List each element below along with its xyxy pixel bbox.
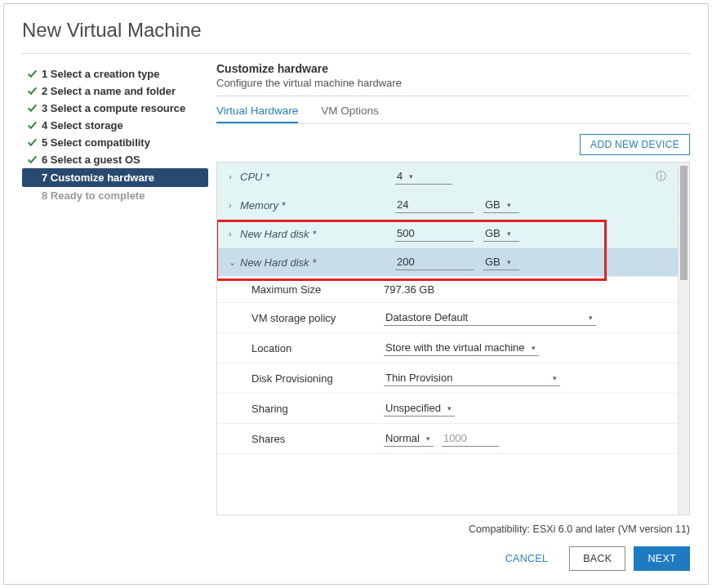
memory-row[interactable]: › Memory * GB ▾: [217, 191, 678, 220]
tab-virtual-hardware[interactable]: Virtual Hardware: [216, 105, 298, 123]
location-select[interactable]: Store with the virtual machine ▾: [384, 340, 539, 356]
tabs: Virtual Hardware VM Options: [216, 105, 690, 124]
shares-select[interactable]: Normal ▾: [384, 430, 434, 447]
divider: [216, 96, 690, 96]
sharing-value: Unspecified: [385, 402, 441, 414]
disk-provisioning-label: Disk Provisioning: [251, 372, 384, 385]
cpu-select[interactable]: 4 ▾: [395, 168, 452, 185]
new-hard-disk-row-2[interactable]: ⌄ New Hard disk * GB ▾: [217, 248, 678, 277]
step-compatibility[interactable]: 5 Select compatibility: [22, 134, 208, 151]
new-hard-disk-row-1[interactable]: › New Hard disk * GB ▾: [217, 220, 678, 248]
section-title: Customize hardware: [216, 62, 690, 75]
step-guest-os[interactable]: 6 Select a guest OS: [22, 151, 208, 168]
shares-label: Shares: [251, 433, 384, 445]
hardware-rows: › CPU * 4 ▾ ⓘ › Memory *: [217, 163, 678, 514]
chevron-down-icon: ▾: [589, 314, 593, 322]
check-icon: [27, 69, 42, 79]
step-label: 7 Customize hardware: [42, 172, 154, 184]
disk2-unit-select[interactable]: GB ▾: [483, 254, 519, 270]
memory-input[interactable]: [395, 197, 474, 213]
scrollbar[interactable]: [678, 163, 689, 514]
back-button[interactable]: BACK: [569, 546, 625, 571]
sharing-row: Sharing Unspecified ▾: [217, 394, 678, 424]
location-value: Store with the virtual machine: [385, 341, 525, 354]
step-customize-hardware[interactable]: 7 Customize hardware: [22, 168, 208, 187]
disk-provisioning-row: Disk Provisioning Thin Provision ▾: [217, 363, 678, 394]
step-ready-complete: 8 Ready to complete: [22, 187, 208, 204]
step-label: 6 Select a guest OS: [42, 154, 140, 166]
info-icon[interactable]: ⓘ: [656, 169, 666, 184]
check-icon: [27, 120, 42, 131]
storage-policy-label: VM storage policy: [251, 312, 384, 324]
check-icon: [27, 103, 42, 114]
chevron-down-icon: ▾: [409, 172, 413, 180]
check-icon: [27, 154, 42, 165]
chevron-down-icon: ▾: [507, 258, 511, 266]
cpu-value: 4: [397, 170, 403, 182]
chevron-down-icon: ▾: [507, 229, 511, 238]
tab-vm-options[interactable]: VM Options: [321, 105, 379, 123]
disk1-value-group: GB ▾: [395, 225, 666, 242]
wizard-steps: 1 Select a creation type 2 Select a name…: [22, 62, 208, 535]
chevron-down-icon: ▾: [532, 344, 536, 352]
step-label: 3 Select a compute resource: [42, 102, 185, 114]
disk2-label: New Hard disk *: [240, 256, 395, 269]
compatibility-text: Compatibility: ESXi 6.0 and later (VM ve…: [216, 523, 690, 535]
step-name-folder[interactable]: 2 Select a name and folder: [22, 82, 208, 100]
disk2-size-input[interactable]: [395, 254, 474, 270]
chevron-down-icon[interactable]: ⌄: [229, 257, 240, 268]
shares-num-input[interactable]: [442, 430, 499, 447]
hardware-panel: › CPU * 4 ▾ ⓘ › Memory *: [216, 162, 690, 515]
sharing-label: Sharing: [251, 403, 384, 415]
dialog-body: 1 Select a creation type 2 Select a name…: [22, 62, 690, 535]
add-new-device-button[interactable]: ADD NEW DEVICE: [580, 134, 690, 155]
chevron-right-icon[interactable]: ›: [229, 229, 240, 238]
scrollbar-thumb[interactable]: [680, 166, 688, 280]
disk2-value-group: GB ▾: [395, 254, 666, 270]
memory-value-group: GB ▾: [395, 197, 666, 213]
cpu-row[interactable]: › CPU * 4 ▾ ⓘ: [217, 163, 678, 191]
step-storage[interactable]: 4 Select storage: [22, 117, 208, 134]
chevron-right-icon[interactable]: ›: [229, 172, 240, 181]
disk-provisioning-value: Thin Provision: [385, 372, 452, 384]
dialog-footer: CANCEL BACK NEXT: [22, 535, 690, 571]
step-compute-resource[interactable]: 3 Select a compute resource: [22, 100, 208, 117]
memory-unit: GB: [485, 198, 501, 211]
location-label: Location: [251, 342, 384, 354]
add-device-row: ADD NEW DEVICE: [216, 134, 690, 155]
disk1-label: New Hard disk *: [240, 228, 395, 240]
cpu-value-group: 4 ▾: [395, 168, 656, 185]
cancel-button[interactable]: CANCEL: [492, 547, 562, 570]
sharing-select[interactable]: Unspecified ▾: [384, 400, 455, 416]
divider: [22, 53, 690, 54]
max-size-label: Maximum Size: [251, 283, 384, 296]
shares-value: Normal: [385, 432, 420, 444]
max-size-value: 797.36 GB: [384, 283, 434, 296]
disk2-unit: GB: [485, 256, 501, 268]
step-label: 4 Select storage: [42, 119, 123, 131]
storage-policy-row: VM storage policy Datastore Default ▾: [217, 303, 678, 333]
new-vm-dialog: New Virtual Machine 1 Select a creation …: [3, 3, 709, 585]
storage-policy-select[interactable]: Datastore Default ▾: [384, 310, 596, 326]
disk1-unit-select[interactable]: GB ▾: [483, 225, 519, 242]
disk1-size-input[interactable]: [395, 225, 474, 242]
check-icon: [27, 86, 42, 96]
chevron-down-icon: ▾: [507, 201, 511, 209]
disk1-unit: GB: [485, 227, 501, 239]
step-label: 2 Select a name and folder: [42, 85, 176, 97]
memory-label: Memory *: [240, 199, 395, 212]
next-button[interactable]: NEXT: [634, 546, 690, 571]
chevron-down-icon: ▾: [426, 434, 430, 443]
main-panel: Customize hardware Configure the virtual…: [208, 62, 690, 535]
step-creation-type[interactable]: 1 Select a creation type: [22, 65, 208, 82]
section-subtitle: Configure the virtual machine hardware: [216, 77, 690, 89]
cpu-label: CPU *: [240, 171, 395, 183]
step-label: 5 Select compatibility: [42, 136, 150, 149]
step-label: 1 Select a creation type: [42, 68, 160, 80]
chevron-right-icon[interactable]: ›: [229, 200, 240, 210]
disk-provisioning-select[interactable]: Thin Provision ▾: [384, 370, 560, 386]
chevron-down-icon: ▾: [553, 374, 557, 382]
memory-unit-select[interactable]: GB ▾: [483, 197, 519, 213]
dialog-title: New Virtual Machine: [22, 19, 690, 42]
chevron-down-icon: ▾: [447, 404, 452, 412]
